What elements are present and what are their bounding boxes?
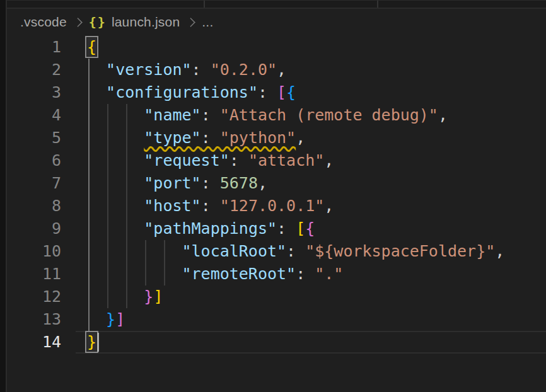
code-line-content[interactable]: "configurations": [{: [61, 81, 546, 104]
code-line: 4 "name": "Attach (remote debug)",: [7, 104, 546, 127]
token-key: "request": [144, 151, 229, 170]
line-number[interactable]: 7: [7, 172, 61, 195]
code-line-content[interactable]: }]: [61, 308, 546, 331]
token-str: "${workspaceFolder}": [305, 242, 495, 260]
token-ws: [87, 61, 106, 79]
line-number[interactable]: 8: [7, 195, 61, 217]
code-line-content[interactable]: "port": 5678,: [61, 172, 546, 195]
code-line: 9 "pathMappings": [{: [7, 217, 546, 240]
line-number[interactable]: 1: [7, 36, 61, 59]
token-b3: }: [106, 310, 115, 328]
token-ws: [87, 83, 106, 101]
token-key: "port": [144, 174, 200, 192]
breadcrumb-item-vscode[interactable]: .vscode: [20, 14, 67, 30]
code-line-content[interactable]: "name": "Attach (remote debug)",: [61, 104, 546, 127]
sidebar-edge-rail: [0, 0, 7, 392]
token-pun: ,: [324, 197, 334, 215]
token-pun: :: [201, 174, 220, 192]
code-line-content[interactable]: "host": "127.0.0.1",: [61, 195, 546, 217]
token-key: "localRoot": [182, 242, 287, 260]
breadcrumb-item-[interactable]: ...: [202, 14, 213, 30]
token-ws: [87, 129, 144, 147]
code-line-content[interactable]: "version": "0.2.0",: [61, 59, 546, 81]
token-str: "python": [220, 129, 296, 147]
token-key: "remoteRoot": [182, 265, 296, 283]
token-key: "version": [106, 61, 191, 79]
line-number[interactable]: 10: [7, 240, 61, 263]
token-b2: [: [277, 83, 286, 101]
token-key: "pathMappings": [144, 219, 277, 238]
line-number[interactable]: 3: [7, 81, 61, 104]
code-line: 12 }]: [7, 285, 546, 308]
token-ws: [87, 197, 144, 215]
editor: 1{2 "version": "0.2.0",3 "configurations…: [7, 36, 546, 354]
token-str: "attach": [248, 151, 324, 170]
token-str: "127.0.0.1": [220, 197, 325, 215]
code-line-content[interactable]: "remoteRoot": ".": [61, 263, 546, 285]
line-number[interactable]: 2: [7, 59, 61, 81]
code-line-content[interactable]: "pathMappings": [{: [61, 217, 546, 240]
line-number[interactable]: 11: [7, 263, 61, 285]
token-pun: :: [192, 61, 211, 79]
token-pun: ,: [324, 151, 334, 170]
token-key: "host": [144, 197, 200, 215]
breadcrumb-bar: .vscode{}launch.json...: [7, 8, 546, 36]
breadcrumb-label: launch.json: [112, 14, 180, 30]
line-number[interactable]: 12: [7, 285, 61, 308]
token-pun: :: [258, 83, 277, 101]
token-b1: ]: [153, 287, 163, 306]
token-ws: [87, 219, 144, 238]
line-number[interactable]: 13: [7, 308, 61, 331]
token-pun: :: [201, 197, 220, 215]
token-pun: :: [201, 106, 220, 124]
token-ws: [87, 265, 182, 283]
line-number[interactable]: 9: [7, 217, 61, 240]
chevron-right-icon: [73, 17, 83, 27]
code-line: 3 "configurations": [{: [7, 81, 546, 104]
token-pun: ,: [258, 174, 267, 192]
token-key: "configurations": [106, 83, 258, 101]
code-line: 10 "localRoot": "${workspaceFolder}",: [7, 240, 546, 263]
token-pun: ,: [495, 242, 504, 260]
line-number[interactable]: 5: [7, 127, 61, 149]
token-key: "name": [144, 106, 200, 124]
token-ws: [87, 287, 144, 306]
code-line: 13 }]: [7, 308, 546, 331]
json-braces-icon: {}: [89, 16, 107, 28]
line-number[interactable]: 4: [7, 104, 61, 127]
token-b3: {: [286, 83, 296, 101]
code-line: 11 "remoteRoot": ".": [7, 263, 546, 285]
code-line-content[interactable]: {: [61, 36, 546, 59]
code-line: 8 "host": "127.0.0.1",: [7, 195, 546, 217]
code-line-content[interactable]: "request": "attach",: [61, 149, 546, 172]
line-number[interactable]: 14: [7, 331, 61, 354]
warning-squiggle-span: "type": "python": [144, 129, 296, 147]
code-line-content[interactable]: "type": "python",: [61, 127, 546, 149]
code-line-content[interactable]: }]: [61, 285, 546, 308]
tab-bar[interactable]: [7, 0, 546, 9]
editor-empty-area[interactable]: [7, 354, 546, 392]
token-str: ".": [315, 265, 343, 283]
token-pun: ,: [296, 129, 305, 147]
tab-separator: [204, 1, 205, 8]
code-line: 14}: [7, 331, 546, 354]
token-pun: :: [296, 265, 315, 283]
chevron-right-icon: [186, 17, 196, 27]
token-b1: [: [296, 219, 305, 238]
token-pun: ,: [277, 61, 286, 79]
breadcrumb-label: .vscode: [20, 14, 67, 30]
token-b2: {: [305, 219, 315, 238]
token-b1: }: [87, 333, 96, 351]
token-ws: [87, 310, 106, 328]
token-ws: [87, 174, 144, 192]
token-str: "0.2.0": [211, 61, 277, 79]
code-line-content[interactable]: "localRoot": "${workspaceFolder}",: [61, 240, 546, 263]
tab-separator: [377, 1, 378, 8]
token-ws: [87, 242, 182, 260]
code-line: 5 "type": "python",: [7, 127, 546, 149]
line-number[interactable]: 6: [7, 149, 61, 172]
code-line: 6 "request": "attach",: [7, 149, 546, 172]
token-key: "type": [144, 129, 200, 147]
breadcrumb-item-launchjson[interactable]: {}launch.json: [89, 14, 180, 30]
code-line-content[interactable]: }: [61, 331, 546, 354]
